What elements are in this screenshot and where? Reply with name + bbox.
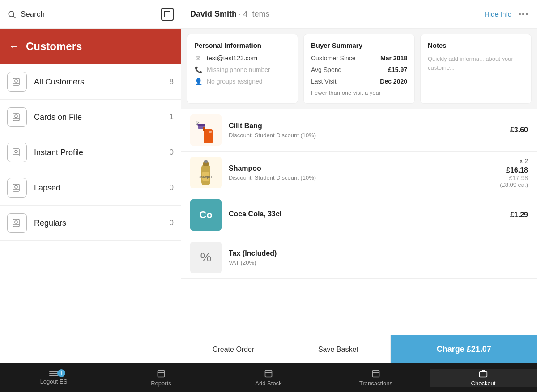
bottom-nav-item-logout-es[interactable]: 1 Logout ES <box>0 371 107 385</box>
sidebar-nav: All Customers 8 Cards on File 1 Instant … <box>0 64 181 363</box>
nav-count: 0 <box>170 219 174 228</box>
right-panel: David Smith · 4 Items Hide Info Personal… <box>181 0 537 363</box>
bottom-nav-item-transactions[interactable]: Transactions <box>322 369 430 387</box>
item-name: Tax (Included) <box>229 249 528 257</box>
customer-since-label: Customer Since <box>311 55 356 62</box>
item-pricing: £1.29 <box>510 211 528 219</box>
visit-frequency-note: Fewer than one visit a year <box>311 89 407 96</box>
more-button[interactable] <box>519 13 528 15</box>
avg-spend-label: Avg Spend <box>311 66 341 73</box>
sidebar-item-cards-on-file[interactable]: Cards on File 1 <box>0 100 181 135</box>
items-list: Cilit Bang Discount: Student Discount (1… <box>181 109 537 335</box>
personal-info-card: Personal Information ✉ test@test123.com … <box>187 34 298 104</box>
hide-info-button[interactable]: Hide Info <box>485 10 511 18</box>
svg-text:shampoo: shampoo <box>200 175 213 179</box>
customer-header: David Smith · 4 Items Hide Info <box>181 0 537 29</box>
instant-icon <box>12 147 22 158</box>
sidebar-item-regulars[interactable]: Regulars 0 <box>0 206 181 241</box>
svg-point-9 <box>15 150 17 153</box>
item-qty: x 2 <box>500 157 528 164</box>
charge-button[interactable]: Charge £21.07 <box>391 335 537 363</box>
item-thumb: Co <box>190 199 222 231</box>
item-thumb: % <box>190 242 222 273</box>
search-bar[interactable]: Search <box>0 0 181 29</box>
last-visit-value: Dec 2020 <box>380 78 407 85</box>
back-button[interactable]: ← <box>9 41 19 52</box>
bottom-nav: 1 Logout ES Reports Add Stock Transactio… <box>0 363 537 392</box>
svg-rect-34 <box>480 371 487 377</box>
nav-count: 8 <box>170 77 174 86</box>
sidebar-item-lapsed[interactable]: Lapsed 0 <box>0 170 181 206</box>
spray-bottle-icon <box>195 116 217 145</box>
nav-label: Transactions <box>359 380 392 387</box>
customer-name: David Smith <box>190 9 237 18</box>
item-name: Shampoo <box>229 164 500 173</box>
table-row: Co Coca Cola, 33cl £1.29 <box>181 194 537 236</box>
item-price: £1.29 <box>510 211 528 219</box>
notes-placeholder: Quickly add informa... about your custom… <box>428 55 524 72</box>
groups-row: 👤 No groups assigned <box>194 78 290 85</box>
items-count: · 4 Items <box>239 9 269 18</box>
info-cards: Personal Information ✉ test@test123.com … <box>181 29 537 109</box>
item-thumb <box>190 114 222 146</box>
nav-count: 0 <box>170 183 174 192</box>
sidebar: Search ← Customers All Customers 8 <box>0 0 181 363</box>
checkout-icon <box>479 369 488 378</box>
item-description: VAT (20%) <box>229 259 528 266</box>
save-basket-button[interactable]: Save Basket <box>286 335 391 363</box>
buyer-summary-card: Buyer Summary Customer Since Mar 2018 Av… <box>303 34 415 104</box>
svg-rect-19 <box>203 127 205 131</box>
customer-title-area: David Smith · 4 Items <box>190 9 270 19</box>
item-info: Cilit Bang Discount: Student Discount (1… <box>229 122 510 139</box>
groups-icon: 👤 <box>194 78 202 85</box>
item-description: Discount: Student Discount (10%) <box>229 132 510 139</box>
email-icon: ✉ <box>194 55 202 62</box>
bottom-nav-item-add-stock[interactable]: Add Stock <box>215 369 322 387</box>
search-icon <box>7 10 16 19</box>
sidebar-item-all-customers[interactable]: All Customers 8 <box>0 64 181 100</box>
item-description: Discount: Student Discount (10%) <box>229 174 500 181</box>
item-price-each: (£8.09 ea.) <box>500 181 528 188</box>
table-row: Cilit Bang Discount: Student Discount (1… <box>181 109 537 152</box>
nav-icon-card <box>7 107 27 127</box>
table-row: % Tax (Included) VAT (20%) <box>181 236 537 279</box>
svg-line-1 <box>13 16 16 18</box>
nav-icon <box>371 369 380 378</box>
nav-label: Regulars <box>34 219 170 228</box>
sidebar-title: Customers <box>26 40 82 53</box>
sidebar-item-instant-profile[interactable]: Instant Profile 0 <box>0 135 181 170</box>
avg-spend-row: Avg Spend £15.97 <box>311 66 407 73</box>
svg-point-6 <box>15 115 17 118</box>
item-info: Shampoo Discount: Student Discount (10%) <box>229 164 500 181</box>
bottom-nav-item-reports[interactable]: Reports <box>107 369 215 387</box>
email-value: test@test123.com <box>207 55 257 62</box>
nav-count: 1 <box>170 113 174 122</box>
bottom-nav-item-checkout[interactable]: Checkout <box>430 369 537 387</box>
shampoo-bottle-icon: shampoo <box>197 158 215 187</box>
nav-label: All Customers <box>34 77 170 87</box>
phone-value: Missing phone number <box>207 66 270 73</box>
last-visit-row: Last Visit Dec 2020 <box>311 78 407 85</box>
avg-spend-value: £15.97 <box>388 66 407 73</box>
email-row: ✉ test@test123.com <box>194 55 290 62</box>
phone-row: 📞 Missing phone number <box>194 66 290 73</box>
nav-label: Checkout <box>471 380 496 387</box>
nav-icon <box>264 369 273 378</box>
sidebar-header: ← Customers <box>0 29 181 64</box>
groups-value: No groups assigned <box>207 78 263 85</box>
scan-icon[interactable] <box>161 8 174 21</box>
nav-badge: 1 <box>57 369 65 377</box>
item-info: Coca Cola, 33cl <box>229 210 510 220</box>
svg-point-12 <box>15 185 17 188</box>
svg-rect-30 <box>265 370 272 377</box>
bottom-actions: Create Order Save Basket Charge £21.07 <box>181 335 537 363</box>
nav-icon-customer <box>7 72 27 92</box>
last-visit-label: Last Visit <box>311 78 337 85</box>
item-name: Cilit Bang <box>229 122 510 130</box>
item-name: Coca Cola, 33cl <box>229 210 510 218</box>
nav-count: 0 <box>170 148 174 157</box>
regulars-icon <box>12 218 22 228</box>
create-order-button[interactable]: Create Order <box>181 335 286 363</box>
customer-icon <box>12 76 22 87</box>
nav-icon-regulars <box>7 213 27 233</box>
